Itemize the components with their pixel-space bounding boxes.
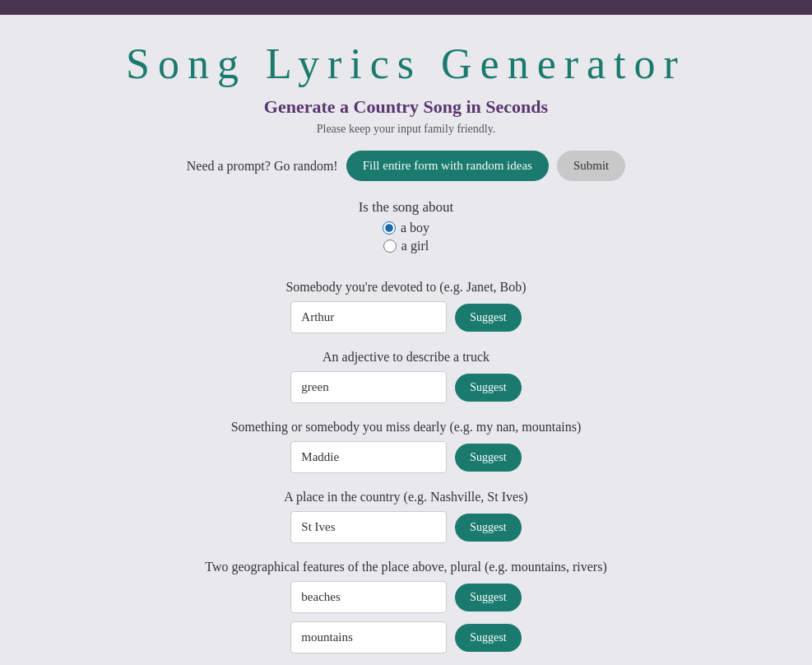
adjective-input[interactable] (290, 371, 447, 403)
page-content: Song Lyrics Generator Generate a Country… (0, 15, 812, 665)
radio-girl: a girl (359, 239, 454, 253)
devoted-input[interactable] (290, 301, 447, 333)
place-input[interactable] (290, 511, 447, 543)
miss-suggest-button[interactable]: Suggest (455, 444, 521, 472)
field-miss-label: Something or somebody you miss dearly (e… (118, 420, 694, 435)
random-row: Need a prompt? Go random! Fill entire fo… (187, 151, 626, 181)
family-friendly-text: Please keep your input family friendly. (317, 123, 496, 136)
geo2-input[interactable] (290, 621, 447, 653)
field-place: A place in the country (e.g. Nashville, … (118, 490, 694, 543)
devoted-suggest-button[interactable]: Suggest (455, 304, 521, 332)
geo-field-2-row: Suggest (290, 621, 521, 653)
random-prompt-text: Need a prompt? Go random! (187, 159, 338, 174)
field-adjective-label: An adjective to describe a truck (118, 350, 694, 365)
adjective-suggest-button[interactable]: Suggest (455, 374, 521, 402)
field-adjective: An adjective to describe a truck Suggest (118, 350, 694, 403)
field-miss: Something or somebody you miss dearly (e… (118, 420, 694, 473)
radio-boy-input[interactable] (383, 221, 396, 235)
geo1-suggest-button[interactable]: Suggest (455, 584, 521, 612)
field-devoted: Somebody you're devoted to (e.g. Janet, … (118, 280, 694, 333)
subtitle: Generate a Country Song in Seconds (264, 96, 548, 118)
geo-label: Two geographical features of the place a… (118, 560, 694, 574)
geo-section: Two geographical features of the place a… (118, 560, 694, 653)
radio-boy-label[interactable]: a boy (401, 221, 429, 235)
geo2-suggest-button[interactable]: Suggest (455, 624, 521, 652)
field-adjective-row: Suggest (118, 371, 694, 403)
field-devoted-label: Somebody you're devoted to (e.g. Janet, … (118, 280, 694, 295)
radio-girl-input[interactable] (383, 239, 397, 253)
field-place-label: A place in the country (e.g. Nashville, … (118, 490, 694, 505)
geo-field-1-row: Suggest (290, 581, 521, 613)
gender-question: Is the song about (359, 199, 454, 216)
radio-girl-label[interactable]: a girl (401, 239, 429, 253)
miss-input[interactable] (290, 441, 447, 473)
submit-button[interactable]: Submit (557, 151, 625, 181)
fill-random-button[interactable]: Fill entire form with random ideas (346, 151, 549, 181)
top-bar (0, 0, 812, 15)
field-miss-row: Suggest (118, 441, 694, 473)
radio-boy: a boy (359, 221, 454, 235)
field-place-row: Suggest (118, 511, 694, 543)
field-devoted-row: Suggest (118, 301, 694, 333)
geo-fields: Suggest Suggest (118, 581, 694, 653)
gender-section: Is the song about a boy a girl (359, 199, 454, 257)
main-title: Song Lyrics Generator (126, 40, 686, 88)
geo1-input[interactable] (290, 581, 447, 613)
place-suggest-button[interactable]: Suggest (455, 514, 521, 542)
